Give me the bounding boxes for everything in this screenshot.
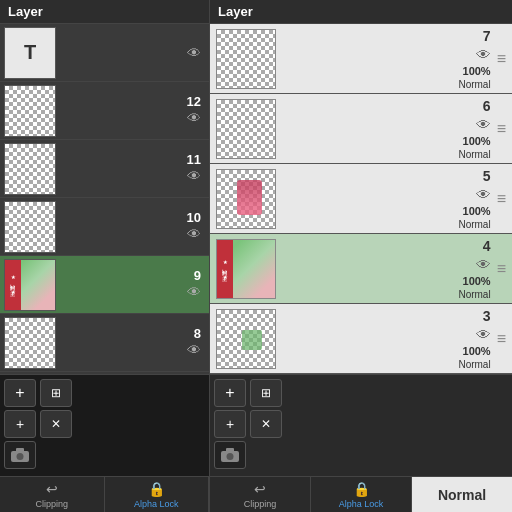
add-layer-button[interactable]: + (4, 379, 36, 407)
layer-item[interactable]: ★ 飼い主 ★ 9 👁 (0, 256, 209, 314)
right-layer-thumb (216, 99, 276, 159)
svg-rect-2 (16, 448, 24, 452)
right-layer-details: 4 👁 100% Normal (276, 238, 495, 300)
layer-item[interactable]: T 👁 (0, 24, 209, 82)
right-layer-item[interactable]: 6 👁 100% Normal ≡ (210, 94, 512, 164)
clipping-icon: ↩ (46, 481, 58, 497)
right-clipping-icon: ↩ (254, 481, 266, 497)
right-layer-item[interactable]: ★ 飼い主 ★ 4 👁 100% Normal ≡ (210, 234, 512, 304)
right-layer-details: 6 👁 100% Normal (276, 98, 495, 160)
right-layer-item[interactable]: 7 👁 100% Normal ≡ (210, 24, 512, 94)
right-layer-details: 5 👁 100% Normal (276, 168, 495, 230)
camera-button[interactable] (4, 441, 36, 469)
left-layer-panel: Layer T 👁 12 👁 11 👁 (0, 0, 210, 512)
right-add-layer-button[interactable]: + (214, 379, 246, 407)
right-alpha-lock-icon: 🔒 (353, 481, 370, 497)
layer-info: 11 👁 (56, 153, 205, 184)
right-delete-layer-button[interactable]: ✕ (250, 410, 282, 438)
left-footer-bar: ↩ Clipping 🔒 Alpha Lock (0, 476, 209, 512)
right-layer-panel: Layer 7 👁 100% Normal ≡ 6 👁 100% Normal … (210, 0, 512, 512)
svg-rect-5 (226, 448, 234, 452)
right-bottom-controls: + ⊞ + ✕ (210, 374, 512, 476)
merge-layer-button[interactable]: ⊞ (40, 379, 72, 407)
layer-item[interactable]: 10 👁 (0, 198, 209, 256)
eye-icon[interactable]: 👁 (476, 326, 491, 343)
layer-item[interactable]: 8 👁 (0, 314, 209, 372)
eye-icon[interactable]: 👁 (187, 226, 201, 242)
right-footer-bar: ↩ Clipping 🔒 Alpha Lock Normal (210, 476, 512, 512)
right-layer-details: 7 👁 100% Normal (276, 28, 495, 90)
layer-menu-icon[interactable]: ≡ (497, 50, 506, 68)
right-controls-row-3 (214, 441, 508, 469)
eye-icon[interactable]: 👁 (476, 256, 491, 273)
layer-info: 8 👁 (56, 327, 205, 358)
right-duplicate-layer-button[interactable]: + (214, 410, 246, 438)
eye-icon[interactable]: 👁 (476, 186, 491, 203)
layer-thumb (4, 143, 56, 195)
eye-icon[interactable]: 👁 (187, 342, 201, 358)
char-art-thumbnail: ★ 飼い主 ★ (5, 260, 55, 310)
layer-thumb (4, 317, 56, 369)
layer-thumb: ★ 飼い主 ★ (4, 259, 56, 311)
layer-item[interactable]: 12 👁 (0, 82, 209, 140)
layer-info: 12 👁 (56, 95, 205, 126)
right-layer-item[interactable]: 3 👁 100% Normal ≡ (210, 304, 512, 374)
right-merge-layer-button[interactable]: ⊞ (250, 379, 282, 407)
right-clipping-button[interactable]: ↩ Clipping (210, 477, 311, 513)
layer-item[interactable]: 11 👁 (0, 140, 209, 198)
left-layer-list: T 👁 12 👁 11 👁 10 👁 (0, 24, 209, 374)
layer-menu-icon[interactable]: ≡ (497, 190, 506, 208)
layer-item[interactable]: 7 👁 (0, 372, 209, 374)
layer-menu-icon[interactable]: ≡ (497, 330, 506, 348)
blend-mode-normal[interactable]: Normal (412, 477, 512, 513)
layer-thumb (4, 201, 56, 253)
layer-info: 👁 (56, 45, 205, 61)
eye-icon[interactable]: 👁 (187, 110, 201, 126)
right-layer-thumb (216, 169, 276, 229)
right-layer-item[interactable]: 5 👁 100% Normal ≡ (210, 164, 512, 234)
right-panel-title: Layer (210, 0, 512, 24)
eye-icon[interactable]: 👁 (187, 168, 201, 184)
controls-row-1: + ⊞ (4, 379, 205, 407)
controls-row-2: + ✕ (4, 410, 205, 438)
layer-menu-icon[interactable]: ≡ (497, 120, 506, 138)
delete-layer-button[interactable]: ✕ (40, 410, 72, 438)
bottom-controls: + ⊞ + ✕ (0, 374, 209, 476)
eye-icon[interactable]: 👁 (476, 116, 491, 133)
controls-row-3 (4, 441, 205, 469)
eye-icon[interactable]: 👁 (187, 45, 201, 61)
clipping-button[interactable]: ↩ Clipping (0, 477, 105, 513)
right-controls-row-2: + ✕ (214, 410, 508, 438)
right-camera-button[interactable] (214, 441, 246, 469)
eye-icon[interactable]: 👁 (187, 284, 201, 300)
right-layer-list: 7 👁 100% Normal ≡ 6 👁 100% Normal ≡ (210, 24, 512, 374)
right-alpha-lock-button[interactable]: 🔒 Alpha Lock (311, 477, 412, 513)
eye-icon[interactable]: 👁 (476, 46, 491, 63)
right-controls-row-1: + ⊞ (214, 379, 508, 407)
alpha-lock-icon: 🔒 (148, 481, 165, 497)
left-panel-title: Layer (0, 0, 209, 24)
right-layer-thumb: ★ 飼い主 ★ (216, 239, 276, 299)
layer-thumb-text: T (4, 27, 56, 79)
layer-info: 9 👁 (56, 269, 205, 300)
layer-thumb (4, 85, 56, 137)
right-layer-thumb (216, 309, 276, 369)
right-layer-details: 3 👁 100% Normal (276, 308, 495, 370)
svg-point-4 (227, 453, 234, 460)
char-art-thumbnail: ★ 飼い主 ★ (217, 240, 276, 299)
layer-menu-icon[interactable]: ≡ (497, 260, 506, 278)
svg-point-1 (17, 453, 24, 460)
layer-info: 10 👁 (56, 211, 205, 242)
alpha-lock-button[interactable]: 🔒 Alpha Lock (105, 477, 210, 513)
right-layer-thumb (216, 29, 276, 89)
duplicate-layer-button[interactable]: + (4, 410, 36, 438)
